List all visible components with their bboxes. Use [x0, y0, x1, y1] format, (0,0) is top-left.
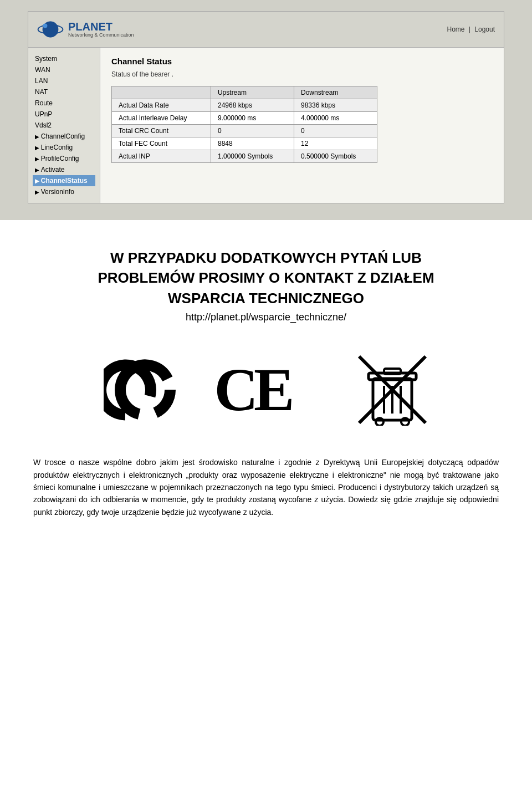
sidebar-item-wan[interactable]: WAN — [33, 64, 95, 75]
nav-logout[interactable]: Logout — [474, 25, 495, 33]
sidebar-item-versioninfo[interactable]: VersionInfo — [33, 186, 95, 197]
row-downstream: 98336 kbps — [294, 99, 377, 112]
channel-status-table: Upstream Downstream Actual Data Rate2496… — [111, 86, 377, 163]
sidebar-item-channelconfig[interactable]: ChannelConfig — [33, 131, 95, 142]
sidebar-item-activate[interactable]: Activate — [33, 164, 95, 175]
row-upstream: 8848 — [211, 137, 294, 150]
row-downstream: 0.500000 Symbols — [294, 150, 377, 163]
col-header-upstream: Upstream — [211, 86, 294, 99]
weee-icon — [356, 354, 428, 426]
col-header-downstream: Downstream — [294, 86, 377, 99]
logo-subtitle: Networking & Communication — [68, 32, 134, 38]
status-description: Status of the bearer . — [111, 70, 493, 78]
sidebar-item-upnp[interactable]: UPnP — [33, 109, 95, 120]
row-label: Actual Data Rate — [112, 99, 211, 112]
content-area: Channel Status Status of the bearer . Up… — [100, 48, 504, 203]
table-row: Actual INP1.000000 Symbols0.500000 Symbo… — [112, 150, 377, 163]
page-title: Channel Status — [111, 57, 493, 66]
row-upstream: 1.000000 Symbols — [211, 150, 294, 163]
support-heading: W PRZYPADKU DODATKOWYCH PYTAŃ LUB PROBLE… — [33, 248, 499, 308]
row-label: Actual INP — [112, 150, 211, 163]
router-logo: PLANET Networking & Communication — [37, 16, 134, 43]
ce-text: CE — [214, 359, 290, 420]
table-row: Actual Interleave Delay9.000000 ms4.0000… — [112, 112, 377, 125]
ce-symbol — [104, 351, 214, 428]
row-label: Total FEC Count — [112, 137, 211, 150]
table-row: Total CRC Count00 — [112, 125, 377, 137]
sidebar-item-system[interactable]: System — [33, 53, 95, 64]
sidebar-item-lineconfig[interactable]: LineConfig — [33, 142, 95, 153]
row-upstream: 24968 kbps — [211, 99, 294, 112]
support-line3: WSPARCIA TECHNICZNEGO — [33, 288, 499, 308]
logo-planet: PLANET — [68, 21, 134, 32]
nav-home[interactable]: Home — [447, 25, 464, 33]
row-downstream: 0 — [294, 125, 377, 137]
sidebar: System WAN LAN NAT Route UPnP Vdsl2 Chan… — [28, 48, 100, 203]
sidebar-item-vdsl2[interactable]: Vdsl2 — [33, 120, 95, 131]
support-url[interactable]: http://planet.pl/wsparcie_techniczne/ — [33, 312, 499, 323]
legal-text: W trosce o nasze wspólne dobro jakim jes… — [33, 456, 499, 518]
row-downstream: 12 — [294, 137, 377, 150]
row-label: Total CRC Count — [112, 125, 211, 137]
row-label: Actual Interleave Delay — [112, 112, 211, 125]
row-downstream: 4.000000 ms — [294, 112, 377, 125]
table-row: Actual Data Rate24968 kbps98336 kbps — [112, 99, 377, 112]
sidebar-item-nat[interactable]: NAT — [33, 86, 95, 98]
header-nav: Home | Logout — [447, 25, 495, 33]
svg-point-2 — [46, 22, 55, 38]
ce-mark: CE — [104, 351, 290, 428]
row-upstream: 0 — [211, 125, 294, 137]
row-upstream: 9.000000 ms — [211, 112, 294, 125]
logo-text-block: PLANET Networking & Communication — [68, 21, 134, 38]
nav-separator: | — [469, 25, 470, 33]
router-body: System WAN LAN NAT Route UPnP Vdsl2 Chan… — [28, 48, 504, 203]
support-line2: PROBLEMÓW PROSIMY O KONTAKT Z DZIAŁEM — [33, 268, 499, 288]
svg-rect-6 — [384, 369, 401, 374]
svg-point-3 — [43, 24, 47, 28]
col-header-label — [112, 86, 211, 99]
symbols-row: CE — [33, 351, 499, 428]
planet-logo-icon — [37, 16, 64, 43]
sidebar-item-profileconfig[interactable]: ProfileConfig — [33, 153, 95, 164]
bottom-section: W PRZYPADKU DODATKOWYCH PYTAŃ LUB PROBLE… — [0, 220, 532, 535]
router-ui: PLANET Networking & Communication Home |… — [28, 11, 504, 203]
router-header: PLANET Networking & Communication Home |… — [28, 12, 504, 48]
sidebar-item-route[interactable]: Route — [33, 98, 95, 109]
support-line1: W PRZYPADKU DODATKOWYCH PYTAŃ LUB — [33, 248, 499, 268]
sidebar-item-lan[interactable]: LAN — [33, 75, 95, 86]
sidebar-item-channelstatus[interactable]: ChannelStatus — [33, 175, 95, 186]
router-ui-wrapper: PLANET Networking & Communication Home |… — [0, 0, 532, 220]
table-row: Total FEC Count884812 — [112, 137, 377, 150]
